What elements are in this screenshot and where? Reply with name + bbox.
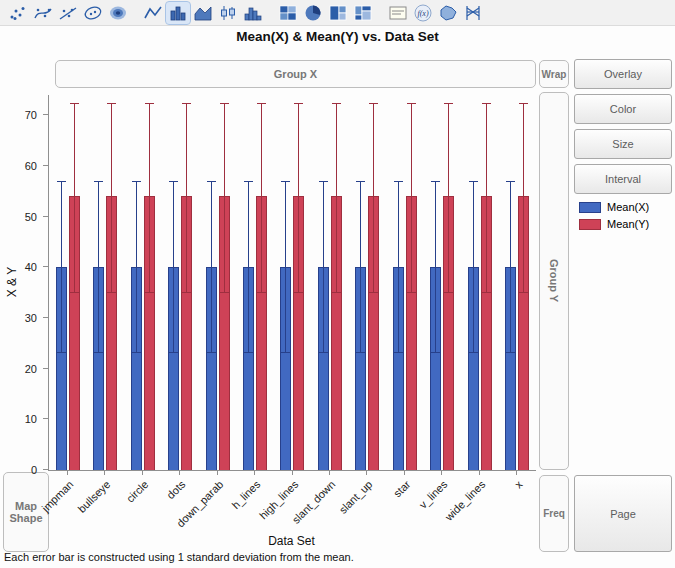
toolbar: f(x) (0, 0, 675, 26)
error-bar (355, 181, 366, 353)
error-bar (181, 103, 192, 293)
error-bar (318, 181, 329, 353)
map-shape-icon[interactable] (436, 2, 460, 24)
y-tick-label: 60 (25, 160, 37, 172)
error-bar (443, 103, 454, 293)
box-plot-icon[interactable] (216, 2, 240, 24)
category-group (386, 95, 423, 470)
legend-swatch (579, 219, 601, 230)
pie-chart-icon[interactable] (301, 2, 325, 24)
x-tick-mark (67, 471, 68, 475)
ellipse-icon[interactable] (81, 2, 105, 24)
error-bar (368, 103, 379, 293)
bar-chart-icon[interactable] (166, 2, 190, 24)
smoother-icon[interactable] (31, 2, 55, 24)
drop-zone-map-shape[interactable]: Map Shape (3, 472, 49, 552)
error-bar (206, 181, 217, 353)
x-tick-mark (516, 471, 517, 475)
error-bar (393, 181, 404, 353)
category-group (161, 95, 198, 470)
x-tick-label: circle (123, 478, 150, 505)
error-bar (131, 181, 142, 353)
formula-icon[interactable]: f(x) (411, 2, 435, 24)
heatmap-icon[interactable] (276, 2, 300, 24)
y-tick-label: 10 (25, 413, 37, 425)
x-axis-labels: jmpmanbullseyecircledotsdown_parabh_line… (48, 471, 535, 533)
error-bar (106, 103, 117, 293)
error-bar (468, 181, 479, 353)
drop-zone-interval[interactable]: Interval (574, 164, 672, 194)
scatter-icon[interactable] (6, 2, 30, 24)
error-bar (481, 103, 492, 293)
category-group (461, 95, 498, 470)
x-axis-title: Data Set (48, 534, 535, 548)
drop-zone-wrap[interactable]: Wrap (539, 60, 569, 88)
x-tick-mark (217, 471, 218, 475)
x-tick-label: bullseye (76, 478, 113, 515)
group-y-label: Group Y (548, 259, 560, 302)
error-bar (518, 103, 529, 293)
drop-zone-group-x[interactable]: Group X (55, 60, 536, 88)
y-tick-label: 50 (25, 211, 37, 223)
y-tick-label: 0 (31, 464, 37, 476)
x-tick-mark (142, 471, 143, 475)
parallel-icon[interactable] (461, 2, 485, 24)
error-bar (93, 181, 104, 353)
legend: Mean(X)Mean(Y) (579, 201, 649, 235)
category-group (86, 95, 123, 470)
legend-item[interactable]: Mean(X) (579, 201, 649, 213)
treemap-icon[interactable] (326, 2, 350, 24)
error-bar (69, 103, 80, 293)
error-bar (256, 103, 267, 293)
x-tick-mark (366, 471, 367, 475)
group-x-label: Group X (274, 68, 317, 80)
legend-item[interactable]: Mean(Y) (579, 218, 649, 230)
drop-zone-color[interactable]: Color (574, 94, 672, 124)
mosaic-icon[interactable] (351, 2, 375, 24)
category-group (49, 95, 86, 470)
error-bar (219, 103, 230, 293)
area-chart-icon[interactable] (191, 2, 215, 24)
category-group (124, 95, 161, 470)
category-group (236, 95, 273, 470)
x-tick-mark (254, 471, 255, 475)
contour-icon[interactable] (106, 2, 130, 24)
legend-swatch (579, 202, 601, 213)
x-tick-label: star (391, 478, 412, 499)
category-group (424, 95, 461, 470)
fit-line-icon[interactable] (56, 2, 80, 24)
x-tick-label: slant_up (337, 478, 375, 516)
x-tick-mark (292, 471, 293, 475)
x-tick-label: dots (164, 478, 187, 501)
legend-label: Mean(X) (607, 201, 649, 213)
y-tick-label: 30 (25, 312, 37, 324)
x-tick-mark (104, 471, 105, 475)
x-tick-mark (404, 471, 405, 475)
freq-label: Freq (543, 508, 565, 519)
category-group (499, 95, 536, 470)
y-axis-title: X & Y (5, 267, 19, 297)
category-group (274, 95, 311, 470)
drop-zone-page[interactable]: Page (574, 475, 672, 552)
error-bar (331, 103, 342, 293)
drop-zone-group-y[interactable]: Group Y (539, 92, 569, 470)
error-bar (168, 181, 179, 353)
x-tick-mark (441, 471, 442, 475)
error-bar (505, 181, 516, 353)
y-tick-label: 70 (25, 109, 37, 121)
drop-zone-size[interactable]: Size (574, 129, 672, 159)
histogram-icon[interactable] (241, 2, 265, 24)
caption-box-icon[interactable] (386, 2, 410, 24)
drop-zone-overlay[interactable]: Overlay (574, 59, 672, 89)
line-chart-icon[interactable] (141, 2, 165, 24)
error-bar-note: Each error bar is constructed using 1 st… (4, 551, 354, 563)
drop-zone-freq[interactable]: Freq (539, 475, 569, 552)
error-bar (144, 103, 155, 293)
error-bar (293, 103, 304, 293)
category-group (349, 95, 386, 470)
error-bar (243, 181, 254, 353)
error-bar (280, 181, 291, 353)
x-tick-label: x (512, 478, 524, 490)
plot-area[interactable] (48, 95, 536, 471)
legend-label: Mean(Y) (607, 218, 649, 230)
